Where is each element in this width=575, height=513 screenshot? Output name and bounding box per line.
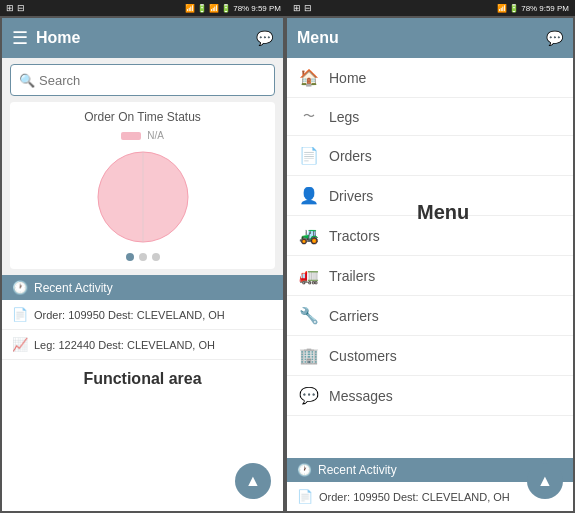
activity-text-1: Order: 109950 Dest: CLEVELAND, OH [34, 309, 225, 321]
menu-item-legs[interactable]: 〜 Legs [287, 98, 573, 136]
legend-color-swatch [121, 132, 141, 140]
right-panel-header: Menu 💬 [287, 18, 573, 58]
menu-item-carriers[interactable]: 🔧 Carriers [287, 296, 573, 336]
menu-overlay-label: Menu [417, 201, 469, 224]
left-panel-header: ☰ Home 💬 [2, 18, 283, 58]
menu-item-label-orders: Orders [329, 148, 372, 164]
chat-icon[interactable]: 💬 [256, 30, 273, 46]
legend-label: N/A [147, 130, 164, 141]
recent-activity-header: 🕐 Recent Activity [2, 275, 283, 300]
right-chat-icon[interactable]: 💬 [546, 30, 563, 46]
menu-item-orders[interactable]: 📄 Orders [287, 136, 573, 176]
carriers-icon: 🔧 [299, 306, 319, 325]
menu-item-tractors[interactable]: 🚜 Tractors Menu [287, 216, 573, 256]
search-icon: 🔍 [19, 73, 35, 88]
chart-legend: N/A [121, 130, 164, 141]
menu-item-label-trailers: Trailers [329, 268, 375, 284]
recent-activity-title: Recent Activity [34, 281, 113, 295]
search-input[interactable] [39, 73, 266, 88]
hamburger-icon[interactable]: ☰ [12, 27, 28, 49]
menu-item-customers[interactable]: 🏢 Customers [287, 336, 573, 376]
fab-button-right[interactable]: ▲ [527, 463, 563, 499]
status-bar-left: ⊞⊟ [6, 3, 25, 13]
chart-area: Order On Time Status N/A [10, 102, 275, 269]
menu-item-messages[interactable]: 💬 Messages [287, 376, 573, 416]
order-icon-1: 📄 [12, 307, 28, 322]
customers-icon: 🏢 [299, 346, 319, 365]
chart-title: Order On Time Status [84, 110, 201, 124]
search-bar: 🔍 [10, 64, 275, 96]
pie-chart [93, 147, 193, 247]
activity-text-2: Leg: 122440 Dest: CLEVELAND, OH [34, 339, 215, 351]
right-clock-icon: 🕐 [297, 463, 312, 477]
right-order-icon: 📄 [297, 489, 313, 504]
trailers-icon: 🚛 [299, 266, 319, 285]
drivers-icon: 👤 [299, 186, 319, 205]
messages-icon: 💬 [299, 386, 319, 405]
functional-area-label: Functional area [2, 360, 283, 398]
status-bar-left-2: ⊞⊟ [293, 3, 312, 13]
chart-dot-3 [152, 253, 160, 261]
clock-icon: 🕐 [12, 280, 28, 295]
left-panel-title: Home [36, 29, 248, 47]
activity-item-1[interactable]: 📄 Order: 109950 Dest: CLEVELAND, OH [2, 300, 283, 330]
fab-button-left[interactable]: ▲ [235, 463, 271, 499]
chart-dots [126, 253, 160, 261]
menu-item-trailers[interactable]: 🚛 Trailers [287, 256, 573, 296]
menu-item-label-home: Home [329, 70, 366, 86]
tractors-icon: 🚜 [299, 226, 319, 245]
right-activity-text: Order: 109950 Dest: CLEVELAND, OH [319, 491, 510, 503]
status-bar-right-2: 📶🔋78% 9:59 PM [497, 4, 569, 13]
legs-icon: 〜 [299, 108, 319, 125]
leg-icon-1: 📈 [12, 337, 28, 352]
menu-item-label-customers: Customers [329, 348, 397, 364]
menu-item-label-tractors: Tractors [329, 228, 380, 244]
menu-item-home[interactable]: 🏠 Home [287, 58, 573, 98]
activity-item-2[interactable]: 📈 Leg: 122440 Dest: CLEVELAND, OH [2, 330, 283, 360]
menu-item-label-messages: Messages [329, 388, 393, 404]
menu-item-label-legs: Legs [329, 109, 359, 125]
menu-item-label-carriers: Carriers [329, 308, 379, 324]
right-panel-title: Menu [297, 29, 339, 47]
status-bar-right: 📶🔋📶 🔋 78% 9:59 PM [185, 4, 281, 13]
home-icon: 🏠 [299, 68, 319, 87]
menu-items-list: 🏠 Home 〜 Legs 📄 Orders 👤 Drivers 🚜 [287, 58, 573, 458]
chart-dot-1 [126, 253, 134, 261]
chart-dot-2 [139, 253, 147, 261]
right-recent-title: Recent Activity [318, 463, 397, 477]
menu-item-label-drivers: Drivers [329, 188, 373, 204]
orders-icon: 📄 [299, 146, 319, 165]
